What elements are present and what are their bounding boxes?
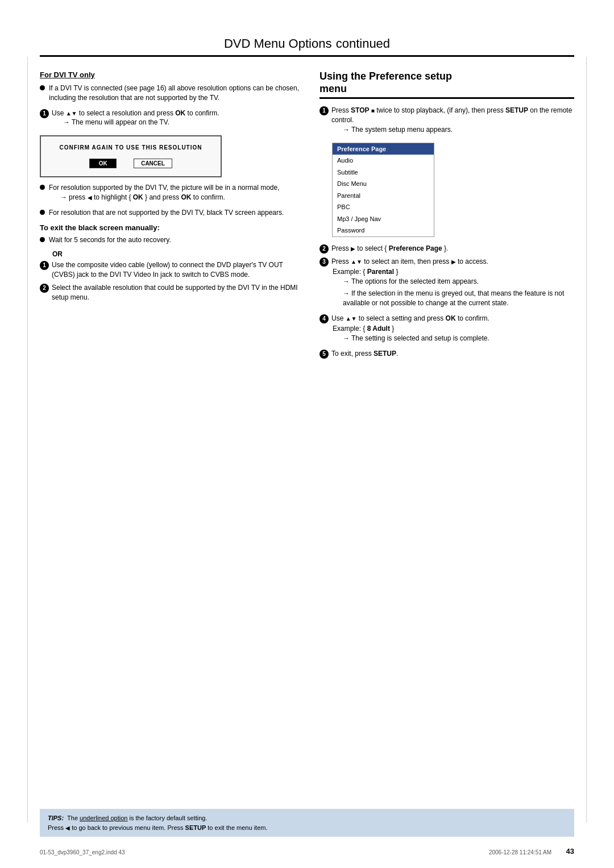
- pref-menu-item-5: PBC: [333, 201, 434, 213]
- dialog-title: CONFIRM AGAIN TO USE THIS RESOLUTION: [52, 144, 209, 151]
- dvi-bullets: If a DVI TV is connected (see page 16) a…: [40, 84, 301, 103]
- right-step-3-sub2: If the selection in the menu is greyed o…: [343, 289, 574, 308]
- right-step-1-text: Press STOP twice to stop playback, (if a…: [331, 106, 572, 124]
- setup-label: SETUP: [505, 106, 528, 114]
- footer-file: 01-53_dvp3960_37_eng2.indd 43: [40, 849, 125, 855]
- right-step-4-content: Use to select a setting and press OK to …: [331, 314, 574, 346]
- composite-step-2: 2 Select the available resolution that c…: [40, 283, 301, 302]
- bullet-4-text: Wait for 5 seconds for the auto recovery…: [49, 235, 171, 245]
- or-separator: OR: [52, 250, 301, 258]
- black-screen-heading: To exit the black screen manually:: [40, 223, 301, 232]
- right-step-num-2: 2: [320, 244, 329, 254]
- right-step-1: 1 Press STOP twice to stop playback, (if…: [320, 106, 574, 136]
- right-step-num-1: 1: [320, 106, 329, 115]
- tri-down-icon-4: [351, 314, 357, 322]
- right-step-num-4: 4: [320, 314, 329, 323]
- page-container: DVD Menu Options continued English For D…: [0, 0, 614, 868]
- right-step-1-sub-text: The system setup menu appears.: [351, 126, 453, 134]
- ok-label-2: OK: [133, 193, 143, 201]
- tips-line2: Press to go back to previous menu item. …: [48, 824, 267, 831]
- right-step-4-sub: The setting is selected and setup is com…: [343, 334, 574, 343]
- right-column: Using the Preference setup menu 1 Press …: [320, 70, 574, 362]
- list-item-2: For resolution supported by the DVI TV, …: [40, 183, 301, 205]
- arrow-icon: [63, 118, 72, 126]
- pref-menu-item-7: Password: [333, 225, 434, 236]
- step-num-1: 1: [40, 109, 49, 118]
- underlined-option: underlined option: [80, 815, 127, 821]
- stop-label: STOP: [351, 106, 369, 114]
- title-text: DVD Menu Options: [224, 36, 332, 51]
- tips-label: TIPS:: [48, 815, 64, 821]
- pref-menu-item-1: Audio: [333, 155, 434, 167]
- pref-menu-item-6: Mp3 / Jpeg Nav: [333, 213, 434, 225]
- pref-menu: Preference Page Audio Subtitle Disc Menu…: [332, 143, 434, 237]
- right-step-2-content: Press to select { Preference Page }.: [331, 244, 574, 254]
- ok-label: OK: [175, 109, 185, 117]
- ok-label-3: OK: [181, 193, 191, 201]
- page-header: DVD Menu Options continued: [40, 34, 574, 57]
- dvi-heading: For DVI TV only: [40, 70, 301, 79]
- tri-left-tips: [65, 824, 70, 831]
- right-step-1-sub: The system setup menu appears.: [343, 125, 574, 135]
- pref-menu-item-0: Preference Page: [333, 143, 434, 155]
- arrow-icon-r4: [343, 334, 351, 342]
- pref-menu-item-4: Parental: [333, 190, 434, 202]
- parental-label: Parental: [367, 268, 394, 276]
- pref-page-label: Preference Page: [389, 244, 442, 252]
- border-left: [27, 57, 28, 823]
- tri-up-icon: [66, 109, 72, 117]
- list-item-3: For resolution that are not supported by…: [40, 208, 301, 218]
- right-step-2: 2 Press to select { Preference Page }.: [320, 244, 574, 254]
- setup-tips: SETUP: [185, 824, 206, 831]
- right-step-4-example: Example: { 8 Adult }: [333, 324, 574, 334]
- setup-label-5: SETUP: [374, 350, 396, 358]
- right-step-5-content: To exit, press SETUP.: [331, 349, 574, 359]
- dialog-ok-button[interactable]: OK: [89, 159, 117, 168]
- tri-up-icon-3: [351, 258, 356, 265]
- right-step-4-text: Use to select a setting and press OK to …: [331, 314, 489, 322]
- composite-step-2-text: Select the available resolution that cou…: [52, 284, 298, 301]
- composite-step-1: 1 Use the composite video cable (yellow)…: [40, 260, 301, 280]
- tri-down-icon-3: [356, 258, 362, 265]
- black-screen-heading-text: To exit the black screen manually:: [40, 223, 160, 232]
- right-step-num-3: 3: [320, 258, 329, 267]
- bullet-2-sub: press to highlight { OK } and press OK t…: [60, 193, 280, 202]
- pref-heading-line2: menu: [320, 83, 347, 94]
- composite-step-1-text: Use the composite video cable (yellow) t…: [52, 261, 283, 279]
- ok-label-4: OK: [446, 314, 456, 322]
- dialog-cancel-button[interactable]: CANCEL: [134, 159, 172, 168]
- right-step-4: 4 Use to select a setting and press OK t…: [320, 314, 574, 346]
- pref-menu-item-2: Subtitle: [333, 167, 434, 178]
- tips-footer: TIPS: The underlined option is the facto…: [40, 809, 574, 837]
- right-step-3-sub1: The options for the selected item appear…: [343, 277, 574, 286]
- right-step-3: 3 Press to select an item, then press to…: [320, 257, 574, 310]
- page-number: 43: [566, 847, 574, 855]
- list-item: If a DVI TV is connected (see page 16) a…: [40, 84, 301, 103]
- composite-step-num-2: 2: [40, 284, 49, 293]
- border-right: [586, 57, 587, 823]
- pref-menu-item-3: Disc Menu: [333, 178, 434, 190]
- adult-label: 8 Adult: [367, 325, 390, 333]
- content-columns: For DVI TV only If a DVI TV is connected…: [40, 70, 574, 362]
- arrow-icon-2: [60, 193, 69, 201]
- right-step-num-5: 5: [320, 350, 329, 359]
- arrow-icon-r3a: [343, 277, 351, 285]
- right-step-2-text: Press to select { Preference Page }.: [331, 244, 448, 252]
- tri-down-icon: [72, 109, 77, 117]
- right-step-3-text: Press to select an item, then press to a…: [331, 258, 488, 265]
- pref-heading-line1: Using the Preference setup: [320, 70, 452, 82]
- bullet-text: If a DVI TV is connected (see page 16) a…: [49, 84, 301, 103]
- title-continued: continued: [336, 36, 390, 51]
- arrow-icon-r3b: [343, 289, 351, 297]
- tips-line1: The underlined option is the factory def…: [67, 815, 207, 821]
- tri-right-icon-3: [451, 258, 456, 265]
- bullet-icon-2: [40, 185, 45, 190]
- right-step-3-example: Example: { Parental }: [333, 267, 574, 277]
- step-1-content: Use to select a resolution and press OK …: [52, 109, 301, 130]
- bullet-list-2: For resolution supported by the DVI TV, …: [40, 183, 301, 217]
- step-1-text: Use to select a resolution and press OK …: [52, 109, 219, 117]
- tri-right-icon-2: [351, 244, 355, 252]
- step-1: 1 Use to select a resolution and press O…: [40, 109, 301, 130]
- composite-step-1-content: Use the composite video cable (yellow) t…: [52, 260, 301, 280]
- black-screen-bullets: Wait for 5 seconds for the auto recovery…: [40, 235, 301, 245]
